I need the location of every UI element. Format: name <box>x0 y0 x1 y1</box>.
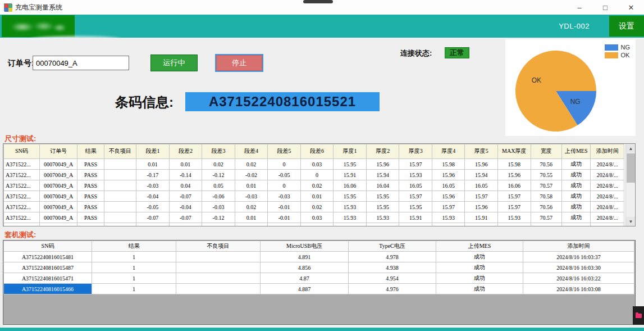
table-cell[interactable]: 70.58 <box>531 191 561 202</box>
table-cell[interactable]: 4.954 <box>349 273 436 284</box>
table-cell[interactable] <box>300 223 334 227</box>
table-cell[interactable]: 00070049_A <box>39 180 77 191</box>
table-cell[interactable]: 16.06 <box>334 180 367 191</box>
table-cell[interactable]: 0 <box>300 170 334 180</box>
table-cell[interactable] <box>498 223 531 227</box>
column-header[interactable]: TypeC电压 <box>349 241 436 252</box>
table-cell[interactable]: 15.93 <box>334 212 367 223</box>
order-number-input[interactable] <box>33 56 129 70</box>
table-cell[interactable]: 2024/8/... <box>591 212 624 223</box>
table-cell[interactable]: 2024/8/... <box>591 170 624 180</box>
table-cell[interactable]: 15.96 <box>465 159 498 170</box>
table-cell[interactable] <box>104 170 136 180</box>
table-cell[interactable]: -0.17 <box>136 170 170 180</box>
table-cell[interactable]: 成功 <box>561 159 590 170</box>
column-header[interactable]: 段差4 <box>235 144 268 159</box>
table-cell[interactable] <box>366 223 399 227</box>
table-cell[interactable]: 成功 <box>436 262 523 273</box>
table-row[interactable]: A3715224081601546614.8874.976成功2024/8/16… <box>4 284 634 294</box>
table-cell[interactable]: -0.03 <box>202 202 235 212</box>
table-row[interactable]: A371522...00070049_APASS-0.05-0.04-0.030… <box>4 202 624 212</box>
table-cell[interactable]: 0.04 <box>169 180 202 191</box>
table-cell[interactable]: 15.93 <box>334 202 367 212</box>
table-cell[interactable]: 15.97 <box>399 191 432 202</box>
column-header[interactable]: 厚度2 <box>366 144 399 159</box>
table-cell[interactable]: 00070049_A <box>39 191 77 202</box>
table-cell[interactable] <box>176 262 261 273</box>
overlay-drag-handle[interactable] <box>303 0 333 3</box>
table-row[interactable] <box>4 223 624 227</box>
table-cell[interactable]: 4.856 <box>261 262 349 273</box>
table-cell[interactable]: 15.97 <box>498 202 531 212</box>
table-cell[interactable]: -0.04 <box>136 191 170 202</box>
stop-button[interactable]: 停止 <box>215 54 263 72</box>
table-cell[interactable]: 2024/8/... <box>591 202 624 212</box>
table-cell[interactable]: 成功 <box>436 273 523 284</box>
table-cell[interactable] <box>561 223 590 227</box>
table-cell[interactable]: -0.07 <box>169 212 202 223</box>
table-cell[interactable]: 4.976 <box>349 284 436 294</box>
table-cell[interactable]: 16.06 <box>498 180 531 191</box>
table-cell[interactable]: 15.94 <box>366 170 399 180</box>
table-cell[interactable]: PASS <box>77 180 104 191</box>
table-cell[interactable]: 成功 <box>436 284 523 294</box>
table-cell[interactable] <box>399 223 432 227</box>
column-header[interactable]: MAX厚度 <box>498 144 531 159</box>
column-header[interactable]: 不良项目 <box>176 241 261 252</box>
table-cell[interactable]: 0.02 <box>300 180 334 191</box>
table-row[interactable]: A3715224081601548114.8914.978成功2024/8/16… <box>4 252 634 262</box>
table-cell[interactable]: 2024/8/... <box>591 159 624 170</box>
table-cell[interactable]: 70.57 <box>531 180 561 191</box>
table-cell[interactable]: 0.01 <box>169 159 202 170</box>
table-cell[interactable]: 成功 <box>561 202 590 212</box>
table-cell[interactable]: 0.01 <box>235 180 268 191</box>
table-cell[interactable] <box>235 223 268 227</box>
table-cell[interactable]: 16.05 <box>465 180 498 191</box>
column-header[interactable]: 段差1 <box>136 144 170 159</box>
table-cell[interactable]: 0.02 <box>235 202 268 212</box>
table-row[interactable]: A3715224081601548714.8564.938成功2024/8/16… <box>4 262 634 273</box>
table-cell[interactable]: 16.04 <box>366 180 399 191</box>
column-header[interactable]: 段差6 <box>300 144 334 159</box>
table-cell[interactable] <box>104 191 136 202</box>
table-cell[interactable] <box>104 223 136 227</box>
table-cell[interactable]: 15.93 <box>432 212 465 223</box>
table-cell[interactable]: 0.01 <box>235 212 268 223</box>
column-header[interactable]: 厚度3 <box>399 144 432 159</box>
settings-button[interactable]: 设置 <box>609 16 644 37</box>
table-cell[interactable] <box>176 284 261 294</box>
table-cell[interactable]: 15.96 <box>432 170 465 180</box>
table-cell[interactable] <box>432 223 465 227</box>
table-cell[interactable]: 4.978 <box>349 252 436 262</box>
table-cell[interactable]: A371522... <box>4 212 40 223</box>
column-header[interactable]: 厚度1 <box>334 144 367 159</box>
column-header[interactable]: 段差5 <box>268 144 301 159</box>
table-cell[interactable]: A371522... <box>4 191 40 202</box>
table-cell[interactable]: 成功 <box>561 180 590 191</box>
table-row[interactable]: A371522...00070049_APASS-0.17-0.14-0.12-… <box>4 170 624 180</box>
column-header[interactable]: 段差3 <box>202 144 235 159</box>
table-cell[interactable]: PASS <box>77 212 104 223</box>
table-row[interactable]: A371522...00070049_APASS-0.04-0.07-0.06-… <box>4 191 624 202</box>
scrollbar-thumb[interactable] <box>627 153 635 183</box>
table-cell[interactable]: -0.01 <box>268 212 301 223</box>
table-cell[interactable]: 4.891 <box>261 252 349 262</box>
column-header[interactable]: 不良项目 <box>104 144 136 159</box>
table-row[interactable]: A371522...00070049_APASS-0.07-0.07-0.120… <box>4 212 624 223</box>
table-cell[interactable]: 2024/8/... <box>591 191 624 202</box>
table-cell[interactable] <box>104 212 136 223</box>
table-cell[interactable]: 4.938 <box>349 262 436 273</box>
table-cell[interactable]: 1 <box>92 273 176 284</box>
table-cell[interactable]: 15.96 <box>498 170 531 180</box>
table-cell[interactable]: 0.01 <box>136 159 170 170</box>
column-header[interactable]: 上传MES <box>436 241 523 252</box>
table-row[interactable]: A371522...00070049_APASS0.010.010.020.02… <box>4 159 624 170</box>
table-cell[interactable]: 1 <box>92 262 176 273</box>
table-cell[interactable]: -0.06 <box>202 191 235 202</box>
table-cell[interactable]: A371522... <box>4 202 40 212</box>
table-cell[interactable]: PASS <box>77 202 104 212</box>
table-cell[interactable]: -0.07 <box>169 191 202 202</box>
table-cell[interactable]: 00070049_A <box>39 212 77 223</box>
table-cell[interactable]: PASS <box>77 170 104 180</box>
table-cell[interactable]: 0.02 <box>235 159 268 170</box>
